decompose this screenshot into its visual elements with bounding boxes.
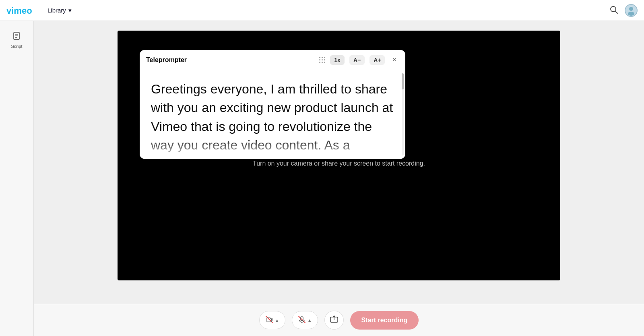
user-avatar[interactable] xyxy=(625,4,638,17)
drag-dot xyxy=(319,62,320,63)
teleprompter-fade xyxy=(140,139,405,159)
teleprompter-panel: Teleprompter 1x A− A+ × Greetings everyo… xyxy=(140,50,405,159)
camera-icon xyxy=(265,315,273,325)
font-increase-button[interactable]: A+ xyxy=(369,55,385,65)
teleprompter-title: Teleprompter xyxy=(146,56,314,64)
teleprompter-header: Teleprompter 1x A− A+ × xyxy=(140,50,405,70)
drag-dot xyxy=(324,57,325,58)
speed-button[interactable]: 1x xyxy=(330,55,345,65)
bottom-toolbar: ▲ ▲ Start recording xyxy=(34,304,644,336)
drag-dot xyxy=(319,57,320,58)
drag-dot xyxy=(322,59,323,60)
mic-chevron-icon: ▲ xyxy=(308,318,312,323)
nav-right xyxy=(609,4,638,17)
sidebar: Script xyxy=(0,21,34,336)
scrollbar-track[interactable] xyxy=(402,73,404,156)
svg-text:vimeo: vimeo xyxy=(6,6,32,16)
vimeo-logo[interactable]: vimeo xyxy=(6,5,39,16)
drag-dot xyxy=(324,59,325,60)
library-label: Library xyxy=(47,7,66,14)
drag-dot xyxy=(322,62,323,63)
camera-toggle-button[interactable]: ▲ xyxy=(260,311,285,329)
teleprompter-close-button[interactable]: × xyxy=(390,55,399,65)
svg-point-4 xyxy=(628,12,634,16)
mic-btn-group: ▲ xyxy=(292,311,318,329)
script-icon xyxy=(12,31,21,42)
sidebar-item-script[interactable]: Script xyxy=(3,27,31,53)
chevron-down-icon: ▾ xyxy=(68,7,72,14)
share-screen-button[interactable] xyxy=(324,311,344,330)
drag-handle[interactable] xyxy=(319,57,325,63)
search-button[interactable] xyxy=(609,5,618,16)
drag-dot xyxy=(322,57,323,58)
mic-icon xyxy=(298,315,306,325)
svg-point-3 xyxy=(629,7,633,11)
main-content: Teleprompter 1x A− A+ × Greetings everyo… xyxy=(34,21,644,336)
library-dropdown[interactable]: Library ▾ xyxy=(43,4,76,17)
svg-line-11 xyxy=(299,316,305,323)
teleprompter-body: Greetings everyone, I am thrilled to sha… xyxy=(140,70,405,159)
drag-dot xyxy=(319,59,320,60)
top-nav: vimeo Library ▾ xyxy=(0,0,644,21)
sidebar-item-script-label: Script xyxy=(11,44,22,49)
ready-to-record-subtitle: Turn on your camera or share your screen… xyxy=(253,160,425,167)
camera-chevron-icon: ▲ xyxy=(275,318,279,323)
camera-btn-group: ▲ xyxy=(259,311,285,329)
start-recording-button[interactable]: Start recording xyxy=(350,311,419,330)
font-decrease-button[interactable]: A− xyxy=(349,55,365,65)
drag-dot xyxy=(324,62,325,63)
mic-toggle-button[interactable]: ▲ xyxy=(292,311,318,329)
scrollbar-thumb xyxy=(402,73,404,89)
svg-line-2 xyxy=(615,11,618,13)
